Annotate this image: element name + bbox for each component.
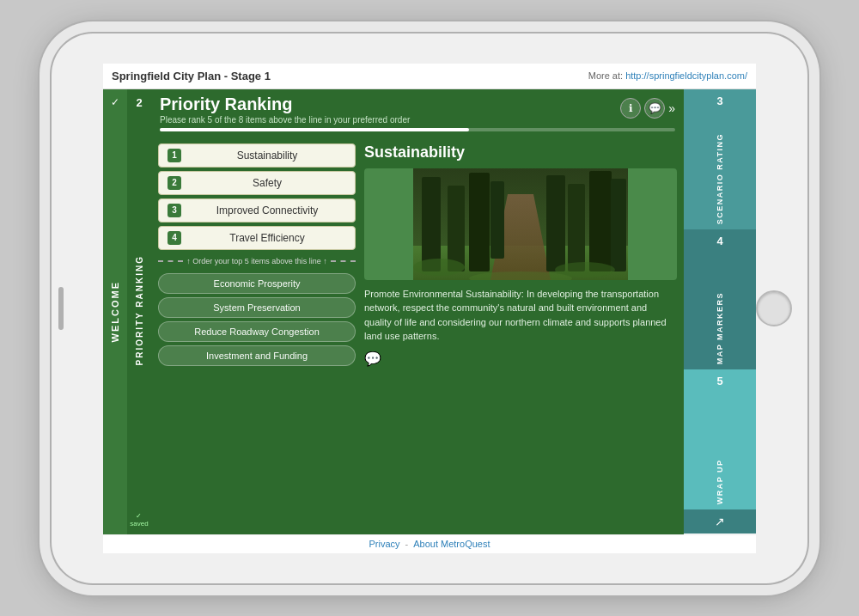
tab-scenario-rating[interactable]: 3 SCENARIO RATING bbox=[684, 89, 756, 229]
detail-description: Promote Environmental Sustainability: In… bbox=[364, 287, 677, 344]
tab5-number: 5 bbox=[716, 375, 722, 387]
unranked-item-2[interactable]: Reduce Roadway Congestion bbox=[158, 321, 356, 342]
header-link-area: More at: http://springfieldcityplan.com/ bbox=[588, 70, 747, 81]
svg-rect-5 bbox=[469, 173, 490, 271]
sidebar-welcome-label: WELCOME bbox=[110, 281, 120, 342]
rank-item-2[interactable]: 2 Safety bbox=[158, 171, 356, 195]
footer-separator: - bbox=[405, 539, 409, 549]
footer-bar: Privacy - About MetroQuest bbox=[103, 534, 756, 553]
tab3-label: SCENARIO RATING bbox=[716, 107, 724, 224]
content-header-left: Priority Ranking Please rank 5 of the 8 … bbox=[160, 95, 410, 125]
share-area[interactable]: ↗ bbox=[684, 509, 756, 534]
rank-item-3[interactable]: 3 Improved Connectivity bbox=[158, 198, 356, 223]
detail-image bbox=[364, 168, 677, 280]
detail-title: Sustainability bbox=[364, 143, 677, 162]
divider-dashes-left bbox=[158, 260, 183, 262]
svg-point-11 bbox=[413, 259, 465, 276]
tab-priority-ranking[interactable]: 2 PRIORITY RANKING ✓ saved bbox=[127, 89, 151, 534]
content-body: 1 Sustainability 2 Safety 3 Improved Con… bbox=[151, 137, 684, 534]
info-button[interactable]: ℹ bbox=[620, 98, 641, 119]
comment-button[interactable]: 💬 bbox=[644, 98, 665, 119]
tab-wrap-up[interactable]: 5 WRAP UP bbox=[684, 369, 756, 509]
unranked-item-3[interactable]: Investment and Funding bbox=[158, 345, 356, 366]
content-heading: Priority Ranking bbox=[160, 95, 410, 113]
rank-item-4[interactable]: 4 Travel Efficiency bbox=[158, 226, 356, 250]
tab4-number: 4 bbox=[716, 235, 722, 247]
rank-badge-3: 3 bbox=[168, 204, 181, 217]
ipad-home-button[interactable] bbox=[756, 290, 792, 326]
svg-rect-4 bbox=[448, 186, 465, 271]
tab4-label: MAP MARKERS bbox=[716, 247, 724, 364]
ranked-list-panel: 1 Sustainability 2 Safety 3 Improved Con… bbox=[158, 143, 356, 528]
rank-label-4: Travel Efficiency bbox=[188, 232, 346, 244]
svg-rect-10 bbox=[611, 179, 626, 271]
svg-rect-3 bbox=[422, 177, 441, 271]
progress-bar-bg bbox=[160, 128, 675, 131]
svg-rect-6 bbox=[490, 181, 504, 259]
rank-badge-1: 1 bbox=[168, 149, 181, 162]
tab3-number: 3 bbox=[716, 95, 722, 107]
saved-check-icon: ✓ bbox=[136, 512, 142, 520]
content-header-icons: ℹ 💬 » bbox=[620, 98, 675, 119]
content-header: Priority Ranking Please rank 5 of the 8 … bbox=[151, 89, 684, 128]
about-link[interactable]: About MetroQuest bbox=[413, 539, 490, 549]
unranked-item-0[interactable]: Economic Prosperity bbox=[158, 273, 356, 294]
tab2-label: PRIORITY RANKING bbox=[135, 255, 144, 366]
right-sidebar: 3 SCENARIO RATING 4 MAP MARKERS 5 WRAP U… bbox=[684, 89, 756, 534]
detail-comment-icon[interactable]: 💬 bbox=[364, 351, 677, 367]
rank-item-1[interactable]: 1 Sustainability bbox=[158, 143, 356, 168]
ipad-screen: Springfield City Plan - Stage 1 More at:… bbox=[103, 64, 756, 553]
svg-rect-7 bbox=[546, 175, 565, 271]
rank-badge-2: 2 bbox=[168, 176, 181, 190]
ipad-side-button bbox=[58, 287, 64, 330]
svg-rect-9 bbox=[589, 171, 612, 271]
external-link[interactable]: http://springfieldcityplan.com/ bbox=[625, 70, 747, 81]
more-at-label: More at: bbox=[588, 70, 623, 81]
rank-label-1: Sustainability bbox=[188, 149, 346, 162]
content-panel: Priority Ranking Please rank 5 of the 8 … bbox=[151, 89, 684, 534]
tab5-label: WRAP UP bbox=[716, 387, 724, 504]
app-header: Springfield City Plan - Stage 1 More at:… bbox=[103, 64, 756, 89]
rank-label-3: Improved Connectivity bbox=[188, 204, 346, 217]
rank-label-2: Safety bbox=[188, 177, 346, 189]
rank-badge-4: 4 bbox=[168, 231, 181, 245]
divider-dashes-right bbox=[331, 260, 356, 262]
rank-divider: ↑ Order your top 5 items above this line… bbox=[158, 257, 356, 267]
ipad-shell: Springfield City Plan - Stage 1 More at:… bbox=[52, 34, 807, 583]
welcome-check-icon: ✓ bbox=[111, 96, 119, 108]
divider-text: ↑ Order your top 5 items above this line… bbox=[186, 257, 327, 267]
tab-map-markers[interactable]: 4 MAP MARKERS bbox=[684, 229, 756, 369]
tab2-number: 2 bbox=[136, 96, 142, 109]
progress-bar-container bbox=[151, 128, 684, 137]
app-title: Springfield City Plan - Stage 1 bbox=[112, 70, 271, 82]
progress-bar-fill bbox=[160, 128, 469, 131]
privacy-link[interactable]: Privacy bbox=[369, 539, 399, 549]
forward-button[interactable]: » bbox=[668, 101, 675, 115]
share-icon: ↗ bbox=[715, 515, 725, 528]
main-area: ✓ WELCOME 2 PRIORITY RANKING ✓ saved Pri… bbox=[103, 89, 756, 534]
unranked-item-1[interactable]: System Preservation bbox=[158, 297, 356, 318]
svg-rect-8 bbox=[568, 184, 585, 271]
detail-panel: Sustainability bbox=[364, 143, 677, 528]
content-subtext: Please rank 5 of the 8 items above the l… bbox=[160, 115, 410, 125]
saved-label: saved bbox=[130, 520, 148, 528]
tab2-saved: ✓ saved bbox=[130, 512, 148, 528]
sidebar-welcome[interactable]: ✓ WELCOME bbox=[103, 89, 127, 534]
